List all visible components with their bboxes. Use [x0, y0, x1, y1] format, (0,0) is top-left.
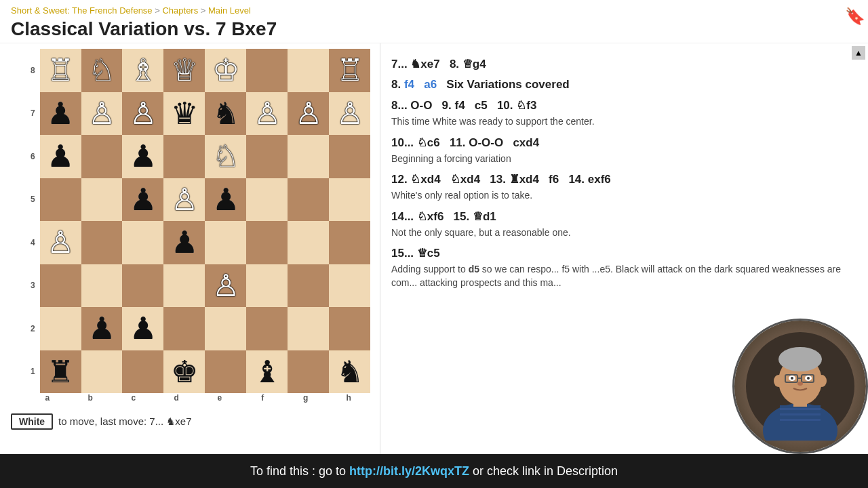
square-b7[interactable]: ♙: [81, 92, 123, 136]
move-heading-7: 15... ♕c5: [391, 246, 857, 260]
square-h1[interactable]: ♞: [329, 350, 370, 394]
annotation-text-6: Not the only square, but a reasonable on…: [391, 226, 857, 240]
square-e7[interactable]: ♞: [205, 92, 246, 136]
square-f4[interactable]: [246, 221, 288, 264]
square-h2[interactable]: [329, 307, 370, 350]
square-f2[interactable]: [246, 307, 288, 350]
piece-wP-e3: ♙: [212, 268, 239, 303]
square-d7[interactable]: ♛: [163, 92, 205, 136]
bookmark-icon[interactable]: 🔖: [845, 7, 861, 23]
breadcrumb-sep1: >: [155, 5, 162, 16]
square-d3[interactable]: [163, 264, 205, 308]
breadcrumb: Short & Sweet: The French Defense > Chap…: [11, 5, 857, 16]
square-h3[interactable]: [329, 264, 370, 308]
piece-wP-f7: ♙: [254, 96, 281, 131]
square-g6[interactable]: [288, 135, 329, 178]
square-c1[interactable]: [122, 350, 163, 394]
square-f5[interactable]: [246, 178, 288, 222]
square-a8[interactable]: ♖: [40, 49, 81, 92]
header: Short & Sweet: The French Defense > Chap…: [0, 0, 868, 43]
rank-label-6: 6: [26, 135, 40, 178]
square-a1[interactable]: ♜: [40, 350, 81, 394]
square-f3[interactable]: [246, 264, 288, 308]
svg-point-8: [778, 347, 822, 371]
square-f6[interactable]: [246, 135, 288, 178]
square-e3[interactable]: ♙: [205, 264, 246, 308]
square-c2[interactable]: ♟: [122, 307, 163, 350]
square-h5[interactable]: [329, 178, 370, 222]
bottom-bar-link[interactable]: http://bit.ly/2KwqxTZ: [349, 464, 469, 478]
square-c5[interactable]: ♟: [122, 178, 163, 222]
square-d4[interactable]: ♟: [163, 221, 205, 264]
breadcrumb-link-course[interactable]: Short & Sweet: The French Defense: [11, 5, 153, 16]
move-link-a6[interactable]: a6: [424, 78, 437, 91]
scroll-up-button[interactable]: ▲: [852, 46, 865, 60]
move-panel[interactable]: ▲ 7... ♞xe7 8. ♕g4 8. f4 a6 Six Variatio…: [380, 43, 868, 454]
square-b1[interactable]: [81, 350, 123, 394]
square-b8[interactable]: ♘: [81, 49, 123, 92]
square-c6[interactable]: ♟: [122, 135, 163, 178]
square-f1[interactable]: ♝: [246, 350, 288, 394]
square-h6[interactable]: [329, 135, 370, 178]
square-h8[interactable]: ♖: [329, 49, 370, 92]
piece-bP-c6: ♟: [130, 139, 157, 174]
square-b5[interactable]: [81, 178, 123, 222]
square-a7[interactable]: ♟: [40, 92, 81, 136]
square-b2[interactable]: ♟: [81, 307, 123, 350]
file-f: f: [241, 393, 285, 403]
square-d6[interactable]: [163, 135, 205, 178]
square-b4[interactable]: [81, 221, 123, 264]
square-g7[interactable]: ♙: [288, 92, 329, 136]
square-h4[interactable]: [329, 221, 370, 264]
square-g1[interactable]: [288, 350, 329, 394]
square-d1[interactable]: ♚: [163, 350, 205, 394]
piece-bP-b2: ♟: [88, 311, 115, 346]
square-c4[interactable]: [122, 221, 163, 264]
square-g2[interactable]: [288, 307, 329, 350]
square-c3[interactable]: [122, 264, 163, 308]
rank-label-8: 8: [26, 49, 40, 92]
square-a2[interactable]: [40, 307, 81, 350]
square-d8[interactable]: ♕: [163, 49, 205, 92]
bottom-bar-text: To find this : go to http://bit.ly/2Kwqx…: [250, 464, 618, 479]
board-status: White to move, last move: 7... ♞xe7: [11, 408, 374, 432]
square-b3[interactable]: [81, 264, 123, 308]
square-e1[interactable]: [205, 350, 246, 394]
square-b6[interactable]: [81, 135, 123, 178]
square-g3[interactable]: [288, 264, 329, 308]
square-h7[interactable]: ♙: [329, 92, 370, 136]
svg-point-12: [807, 377, 810, 380]
square-e4[interactable]: [205, 221, 246, 264]
piece-bK-d1: ♚: [171, 354, 198, 389]
rank-label-7: 7: [26, 92, 40, 136]
square-e2[interactable]: [205, 307, 246, 350]
annotation-text-4: Beginning a forcing variation: [391, 152, 857, 166]
svg-point-18: [817, 375, 827, 387]
square-c7[interactable]: ♙: [122, 92, 163, 136]
square-g5[interactable]: [288, 178, 329, 222]
square-a4[interactable]: ♙: [40, 221, 81, 264]
file-c: c: [112, 393, 155, 403]
square-g8[interactable]: [288, 49, 329, 92]
piece-bQ-d7: ♛: [171, 96, 198, 131]
square-e5[interactable]: ♟: [205, 178, 246, 222]
move-link-f4[interactable]: f4: [404, 78, 414, 91]
square-g4[interactable]: [288, 221, 329, 264]
square-f7[interactable]: ♙: [246, 92, 288, 136]
piece-bB-f1: ♝: [254, 354, 281, 389]
square-e6[interactable]: ♘: [205, 135, 246, 178]
piece-wP-h7: ♙: [336, 96, 363, 131]
square-d2[interactable]: [163, 307, 205, 350]
breadcrumb-sep2: >: [201, 5, 208, 16]
piece-wP-c7: ♙: [130, 96, 157, 131]
square-e8[interactable]: ♔: [205, 49, 246, 92]
square-a5[interactable]: [40, 178, 81, 222]
square-a3[interactable]: [40, 264, 81, 308]
square-f8[interactable]: [246, 49, 288, 92]
square-a6[interactable]: ♟: [40, 135, 81, 178]
breadcrumb-link-level[interactable]: Main Level: [208, 5, 251, 16]
square-c8[interactable]: ♗: [122, 49, 163, 92]
rank-label-4: 4: [26, 221, 40, 264]
square-d5[interactable]: ♙: [163, 178, 205, 222]
breadcrumb-link-chapters[interactable]: Chapters: [162, 5, 198, 16]
